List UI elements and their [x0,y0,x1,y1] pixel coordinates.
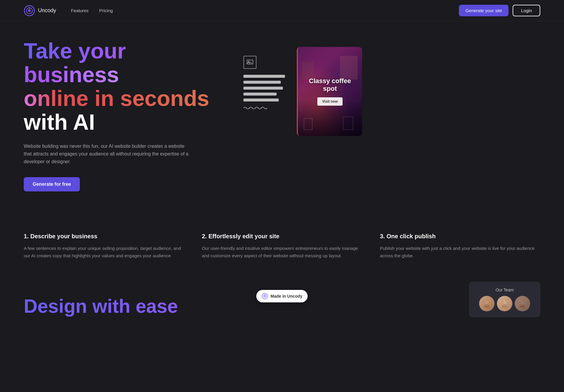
hero-title-in-seconds: in seconds [88,86,209,111]
team-avatars [475,296,534,311]
svg-point-8 [485,301,489,304]
visit-now-button[interactable]: Visit now [317,97,342,106]
made-badge-text: Made in Uncody [270,294,302,299]
feature-3-title: 3. One click publish [380,233,540,240]
logo-icon [24,5,35,16]
hero-card-content: Classy coffee spot Visit now [298,71,362,112]
bottom-section: Design with ease Made in Uncody Our Team [0,283,564,317]
hero-title-line2: online in seconds [24,87,226,110]
svg-point-10 [503,301,506,304]
nav-link-features[interactable]: Features [71,8,88,13]
nav-actions: Generate your site Login [459,5,540,16]
team-card-title: Our Team [475,288,534,292]
made-badge: Made in Uncody [256,290,308,302]
generate-site-button[interactable]: Generate your site [459,5,508,16]
feature-1-title: 1. Describe your business [24,233,184,240]
feature-2-title: 2. Effortlessly edit your site [202,233,362,240]
mock-bar-1 [243,75,285,78]
bottom-cards: Our Team [469,282,540,317]
login-button[interactable]: Login [513,5,540,16]
avatar-1 [479,296,495,311]
hero-mock-left [243,56,291,110]
hero-title: Take your business online in seconds wit… [24,39,226,134]
mock-image-icon [243,56,256,69]
feature-item-2: 2. Effortlessly edit your site Our user-… [202,233,362,260]
mock-bar-2 [243,81,281,84]
hero-title-online: online [24,86,88,111]
navbar: Uncody Features Pricing Generate your si… [0,0,564,21]
hero-subtitle: Website building was never this fun, our… [24,142,190,166]
hero-card-background: Classy coffee spot Visit now [298,47,362,136]
mock-bar-3 [243,87,283,90]
avatar-3 [515,296,530,311]
hero-illustration: Classy coffee spot Visit now [243,47,362,183]
generate-free-button[interactable]: Generate for free [24,177,80,191]
feature-3-desc: Publish your website with just a click a… [380,245,540,260]
hero-section: Take your business online in seconds wit… [0,21,564,215]
logo-text: Uncody [38,7,56,14]
svg-point-9 [484,305,490,308]
badge-icon [262,293,268,299]
hero-content: Take your business online in seconds wit… [24,39,226,191]
features-section: 1. Describe your business A few sentence… [0,215,564,283]
hero-card-title: Classy coffee spot [304,77,356,93]
hero-preview-card: Classy coffee spot Visit now [297,47,362,136]
mock-bar-4 [243,93,277,96]
svg-point-12 [521,301,524,304]
feature-item-1: 1. Describe your business A few sentence… [24,233,184,260]
team-card: Our Team [469,282,540,317]
hero-title-line3: with AI [24,110,226,134]
nav-link-pricing[interactable]: Pricing [99,8,113,13]
hero-title-line1: Take your business [24,39,126,87]
svg-point-13 [519,305,525,308]
feature-item-3: 3. One click publish Publish your websit… [380,233,540,260]
logo[interactable]: Uncody [24,5,56,16]
feature-1-desc: A few sentences to explain your unique s… [24,245,184,260]
feature-2-desc: Our user-friendly and intuitive editor e… [202,245,362,260]
svg-point-11 [502,305,508,308]
mock-squiggle [243,106,267,110]
nav-links: Features Pricing [71,8,459,13]
avatar-2 [497,296,512,311]
mock-bar-5 [243,99,279,101]
